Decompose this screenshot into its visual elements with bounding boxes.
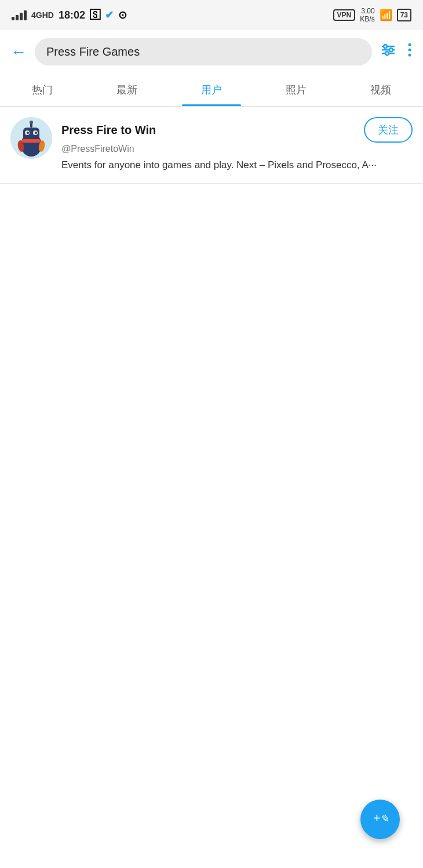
svg-point-7 [409, 49, 411, 52]
back-button[interactable]: ← [10, 43, 27, 61]
compose-icon: + ✎ [371, 808, 389, 831]
status-bar: 4GHD 18:02 🅂 ✔ ⊙ VPN 3.00 KB/s 📶 73 [0, 0, 423, 30]
tab-photos[interactable]: 照片 [254, 74, 338, 106]
svg-point-1 [384, 45, 387, 48]
status-time: 18:02 [59, 9, 85, 21]
network-type: 4GHD [31, 10, 54, 20]
follow-button[interactable]: 关注 [364, 117, 413, 143]
wifi-icon: 📶 [380, 9, 392, 21]
vpn-badge: VPN [333, 9, 356, 21]
svg-point-6 [409, 43, 411, 46]
more-options-icon[interactable] [407, 42, 413, 62]
svg-point-14 [27, 132, 29, 134]
svg-text:✎: ✎ [380, 813, 389, 825]
user-name-row: Press Fire to Win 关注 [61, 117, 413, 143]
svg-point-8 [409, 54, 411, 57]
tab-hot[interactable]: 热门 [0, 74, 85, 106]
status-left: 4GHD 18:02 🅂 ✔ ⊙ [12, 9, 127, 21]
s-icon-1: 🅂 [90, 9, 100, 21]
svg-text:+: + [373, 811, 381, 825]
status-right: VPN 3.00 KB/s 📶 73 [333, 7, 411, 24]
tab-latest[interactable]: 最新 [85, 74, 169, 106]
header-icons [380, 42, 413, 62]
svg-point-5 [385, 52, 389, 55]
header: ← Press Fire Games [0, 30, 423, 74]
svg-point-17 [30, 121, 33, 124]
signal-icon [12, 10, 27, 20]
search-results: Press Fire to Win 关注 @PressFiretoWin Eve… [0, 107, 423, 629]
battery-indicator: 73 [397, 9, 411, 21]
user-result-card[interactable]: Press Fire to Win 关注 @PressFiretoWin Eve… [0, 107, 423, 184]
s-icon-2: ✔ [105, 9, 114, 21]
search-tabs: 热门 最新 用户 照片 视频 [0, 74, 423, 107]
svg-point-15 [35, 132, 37, 134]
tab-users[interactable]: 用户 [169, 74, 254, 106]
avatar [10, 117, 52, 159]
svg-rect-20 [22, 139, 41, 143]
s-icon-3: ⊙ [118, 9, 127, 21]
filter-icon[interactable] [380, 42, 396, 62]
net-speed: 3.00 KB/s [360, 7, 374, 24]
user-name: Press Fire to Win [61, 124, 156, 137]
search-input[interactable]: Press Fire Games [35, 38, 372, 66]
user-info: Press Fire to Win 关注 @PressFiretoWin Eve… [61, 117, 413, 173]
tab-videos[interactable]: 视频 [338, 74, 423, 106]
user-handle: @PressFiretoWin [61, 144, 413, 154]
user-bio: Events for anyone into games and play. N… [61, 158, 413, 173]
svg-point-3 [389, 48, 393, 52]
compose-fab[interactable]: + ✎ [360, 800, 400, 839]
